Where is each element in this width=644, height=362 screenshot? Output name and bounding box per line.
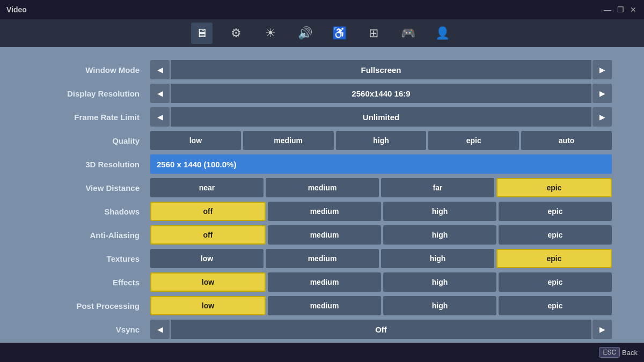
post-processing-low-btn[interactable]: low (150, 296, 266, 315)
frame-rate-value: Unlimited (171, 107, 591, 127)
textures-high-btn[interactable]: high (381, 249, 494, 268)
close-button[interactable]: ✕ (629, 5, 638, 14)
display-resolution-next[interactable]: ▶ (592, 84, 612, 103)
nav-video-icon[interactable]: 🖥 (191, 23, 213, 44)
shadows-row: Shadows off medium high epic (32, 202, 612, 221)
display-resolution-control: ◀ 2560x1440 16:9 ▶ (150, 84, 612, 103)
nav-profile-icon[interactable]: 👤 (431, 23, 453, 44)
effects-epic-btn[interactable]: epic (499, 272, 612, 292)
textures-btn-group: low medium high epic (150, 249, 612, 268)
display-resolution-label: Display Resolution (32, 89, 150, 98)
3d-resolution-row: 3D Resolution 2560 x 1440 (100.0%) (32, 154, 612, 174)
back-label[interactable]: Back (622, 349, 638, 357)
display-resolution-row: Display Resolution ◀ 2560x1440 16:9 ▶ (32, 84, 612, 103)
nav-network-icon[interactable]: ⊞ (363, 23, 384, 44)
effects-label: Effects (32, 278, 150, 287)
vsync-label: Vsync (32, 325, 150, 334)
post-processing-epic-btn[interactable]: epic (499, 296, 612, 315)
frame-rate-row: Frame Rate Limit ◀ Unlimited ▶ (32, 107, 612, 127)
textures-epic-btn[interactable]: epic (496, 249, 612, 268)
window-mode-label: Window Mode (32, 65, 150, 75)
vsync-next[interactable]: ▶ (592, 320, 612, 339)
window-mode-next[interactable]: ▶ (592, 60, 612, 79)
vsync-value: Off (171, 320, 591, 339)
view-distance-far-btn[interactable]: far (381, 178, 494, 197)
anti-aliasing-high-btn[interactable]: high (383, 225, 496, 245)
textures-medium-btn[interactable]: medium (266, 249, 379, 268)
window-title: Video (6, 5, 27, 14)
esc-key-label[interactable]: ESC (599, 347, 620, 358)
effects-btn-group: low medium high epic (150, 272, 612, 292)
textures-row: Textures low medium high epic (32, 249, 612, 268)
textures-label: Textures (32, 254, 150, 263)
display-resolution-value: 2560x1440 16:9 (171, 84, 591, 103)
esc-back-control: ESC Back (599, 347, 638, 358)
3d-resolution-value[interactable]: 2560 x 1440 (100.0%) (150, 154, 612, 174)
post-processing-label: Post Processing (32, 301, 150, 311)
anti-aliasing-btn-group: off medium high epic (150, 225, 612, 245)
nav-sound-icon[interactable]: 🔊 (294, 23, 316, 44)
nav-settings-icon[interactable]: ⚙ (225, 23, 247, 44)
shadows-label: Shadows (32, 207, 150, 216)
quality-row: Quality low medium high epic auto (32, 131, 612, 150)
view-distance-btn-group: near medium far epic (150, 178, 612, 197)
nav-gamepad-icon[interactable]: 🎮 (397, 23, 419, 44)
vsync-row: Vsync ◀ Off ▶ (32, 320, 612, 339)
frame-rate-control: ◀ Unlimited ▶ (150, 107, 612, 127)
quality-epic-btn[interactable]: epic (428, 131, 519, 150)
effects-row: Effects low medium high epic (32, 272, 612, 292)
textures-low-btn[interactable]: low (150, 249, 264, 268)
quality-auto-btn[interactable]: auto (521, 131, 612, 150)
post-processing-btn-group: low medium high epic (150, 296, 612, 315)
shadows-medium-btn[interactable]: medium (268, 202, 381, 221)
view-distance-row: View Distance near medium far epic (32, 178, 612, 197)
quality-medium-btn[interactable]: medium (243, 131, 334, 150)
anti-aliasing-label: Anti-Aliasing (32, 231, 150, 240)
frame-rate-next[interactable]: ▶ (592, 107, 612, 127)
display-resolution-prev[interactable]: ◀ (150, 84, 170, 103)
vsync-prev[interactable]: ◀ (150, 320, 170, 339)
anti-aliasing-row: Anti-Aliasing off medium high epic (32, 225, 612, 245)
effects-medium-btn[interactable]: medium (268, 272, 381, 292)
nav-brightness-icon[interactable]: ☀ (260, 23, 281, 44)
view-distance-label: View Distance (32, 183, 150, 193)
nav-accessibility-icon[interactable]: ♿ (328, 23, 350, 44)
window-mode-value: Fullscreen (171, 60, 591, 79)
shadows-btn-group: off medium high epic (150, 202, 612, 221)
quality-label: Quality (32, 136, 150, 145)
bottom-bar: ESC Back (0, 343, 644, 362)
window-mode-row: Window Mode ◀ Fullscreen ▶ (32, 60, 612, 79)
anti-aliasing-off-btn[interactable]: off (150, 225, 266, 245)
window-controls: — ❐ ✕ (603, 5, 638, 14)
post-processing-high-btn[interactable]: high (383, 296, 496, 315)
view-distance-medium-btn[interactable]: medium (266, 178, 379, 197)
minimize-button[interactable]: — (603, 5, 612, 14)
window-mode-control: ◀ Fullscreen ▶ (150, 60, 612, 79)
post-processing-medium-btn[interactable]: medium (268, 296, 381, 315)
effects-low-btn[interactable]: low (150, 272, 266, 292)
anti-aliasing-epic-btn[interactable]: epic (499, 225, 612, 245)
frame-rate-prev[interactable]: ◀ (150, 107, 170, 127)
shadows-high-btn[interactable]: high (383, 202, 496, 221)
view-distance-near-btn[interactable]: near (150, 178, 264, 197)
3d-resolution-label: 3D Resolution (32, 160, 150, 169)
vsync-control: ◀ Off ▶ (150, 320, 612, 339)
frame-rate-label: Frame Rate Limit (32, 113, 150, 122)
quality-btn-group: low medium high epic auto (150, 131, 612, 150)
post-processing-row: Post Processing low medium high epic (32, 296, 612, 315)
view-distance-epic-btn[interactable]: epic (496, 178, 612, 197)
effects-high-btn[interactable]: high (383, 272, 496, 292)
anti-aliasing-medium-btn[interactable]: medium (268, 225, 381, 245)
title-bar: Video — ❐ ✕ (0, 0, 644, 19)
nav-bar: 🖥 ⚙ ☀ 🔊 ♿ ⊞ 🎮 👤 (0, 19, 644, 47)
quality-high-btn[interactable]: high (336, 131, 427, 150)
settings-panel: Window Mode ◀ Fullscreen ▶ Display Resol… (0, 47, 644, 362)
restore-button[interactable]: ❐ (616, 5, 625, 14)
shadows-epic-btn[interactable]: epic (499, 202, 612, 221)
window-mode-prev[interactable]: ◀ (150, 60, 170, 79)
shadows-off-btn[interactable]: off (150, 202, 266, 221)
quality-low-btn[interactable]: low (150, 131, 241, 150)
